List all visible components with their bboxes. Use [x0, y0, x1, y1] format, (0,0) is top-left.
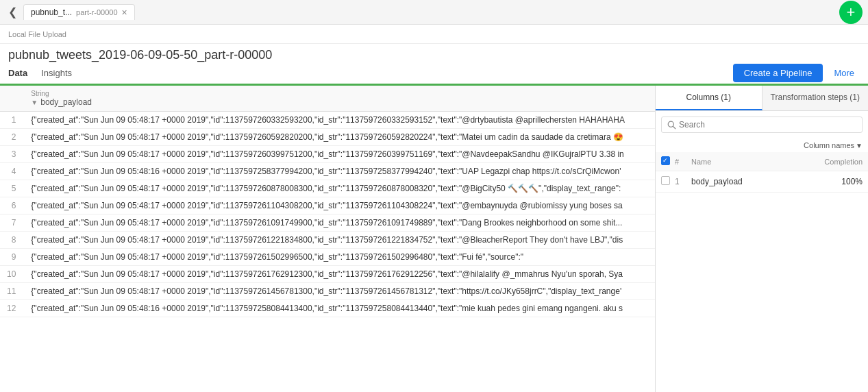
search-box[interactable]: [661, 117, 863, 133]
table-row: 1 {"created_at":"Sun Jun 09 05:48:17 +00…: [0, 112, 655, 129]
data-table: String ▼ body_payload 1 {"created_at":"S…: [0, 86, 655, 317]
top-bar: ❮ pubnub_t... part-r-00000 × +: [0, 0, 868, 25]
table-row: 8 {"created_at":"Sun Jun 09 05:48:17 +00…: [0, 232, 655, 249]
header-completion: Completion: [815, 158, 863, 166]
table-row: 6 {"created_at":"Sun Jun 09 05:48:17 +00…: [0, 197, 655, 215]
column-number: 1: [675, 177, 691, 186]
panel-tab-columns[interactable]: Columns (1): [656, 86, 762, 110]
columns-list-header: # Name Completion: [656, 152, 868, 171]
row-value: {"created_at":"Sun Jun 09 05:48:16 +0000…: [24, 300, 655, 317]
table-row: 7 {"created_at":"Sun Jun 09 05:48:17 +00…: [0, 215, 655, 232]
table-row: 3 {"created_at":"Sun Jun 09 05:48:17 +00…: [0, 146, 655, 163]
tab-data[interactable]: Data: [8, 62, 27, 86]
file-tab[interactable]: pubnub_t... part-r-00000 ×: [23, 4, 135, 20]
sidebar-toggle[interactable]: ❮: [5, 0, 19, 25]
svg-line-1: [673, 126, 675, 128]
main-layout: String ▼ body_payload 1 {"created_at":"S…: [0, 86, 868, 392]
title-bar: pubnub_tweets_2019-06-09-05-50_part-r-00…: [0, 44, 868, 62]
row-number: 3: [0, 146, 24, 163]
create-pipeline-button[interactable]: Create a Pipeline: [733, 64, 823, 82]
add-button[interactable]: +: [839, 1, 863, 24]
table-body: 1 {"created_at":"Sun Jun 09 05:48:17 +00…: [0, 112, 655, 317]
row-value: {"created_at":"Sun Jun 09 05:48:17 +0000…: [24, 180, 655, 197]
breadcrumb: Local File Upload: [8, 30, 66, 38]
row-value: {"created_at":"Sun Jun 09 05:48:17 +0000…: [24, 232, 655, 249]
column-names-label: Column names: [804, 141, 854, 149]
row-value: {"created_at":"Sun Jun 09 05:48:17 +0000…: [24, 129, 655, 146]
row-value: {"created_at":"Sun Jun 09 05:48:16 +0000…: [24, 163, 655, 180]
row-number: 11: [0, 283, 24, 300]
table-row: 2 {"created_at":"Sun Jun 09 05:48:17 +00…: [0, 129, 655, 146]
data-table-area[interactable]: String ▼ body_payload 1 {"created_at":"S…: [0, 86, 656, 392]
column-names-chevron: ▼: [856, 142, 863, 149]
row-number: 1: [0, 112, 24, 129]
header-name: Name: [691, 158, 815, 166]
row-number: 12: [0, 300, 24, 317]
column-name: body_payload: [40, 97, 92, 107]
row-number: 10: [0, 266, 24, 283]
column-name: body_payload: [691, 177, 815, 186]
expand-icon[interactable]: ▼: [31, 99, 38, 106]
row-number: 8: [0, 232, 24, 249]
header-checkbox[interactable]: [661, 156, 670, 165]
nav-tabs-bar: Data Insights Create a Pipeline More: [0, 62, 868, 86]
panel-tab-transformation[interactable]: Transformation steps (1): [762, 86, 869, 110]
header-num: #: [675, 158, 691, 166]
tab-separator: part-r-00000: [76, 8, 118, 16]
tab-close-icon[interactable]: ×: [122, 8, 127, 17]
row-number: 7: [0, 215, 24, 232]
row-number: 4: [0, 163, 24, 180]
columns-list: 1 body_payload 100%: [656, 171, 868, 193]
column-completion: 100%: [815, 177, 863, 186]
row-value: {"created_at":"Sun Jun 09 05:48:17 +0000…: [24, 112, 655, 129]
column-item[interactable]: 1 body_payload 100%: [656, 171, 868, 193]
table-row: 9 {"created_at":"Sun Jun 09 05:48:17 +00…: [0, 249, 655, 266]
column-checkbox[interactable]: [661, 176, 670, 185]
tab-insights[interactable]: Insights: [41, 62, 72, 86]
column-type: String: [31, 90, 648, 97]
more-button[interactable]: More: [828, 64, 860, 82]
row-value: {"created_at":"Sun Jun 09 05:48:17 +0000…: [24, 146, 655, 163]
row-number: 2: [0, 129, 24, 146]
row-num-header: [0, 86, 24, 112]
column-names-toggle[interactable]: Column names ▼: [656, 138, 868, 152]
table-row: 5 {"created_at":"Sun Jun 09 05:48:17 +00…: [0, 180, 655, 197]
action-buttons: Create a Pipeline More: [733, 64, 860, 82]
row-value: {"created_at":"Sun Jun 09 05:48:17 +0000…: [24, 215, 655, 232]
table-row: 4 {"created_at":"Sun Jun 09 05:48:16 +00…: [0, 163, 655, 180]
nav-tabs: Data Insights: [8, 62, 72, 84]
table-header-row: String ▼ body_payload: [0, 86, 655, 112]
row-value: {"created_at":"Sun Jun 09 05:48:17 +0000…: [24, 283, 655, 300]
panel-tabs: Columns (1) Transformation steps (1): [656, 86, 868, 111]
column-header-content: ▼ body_payload: [31, 97, 648, 107]
row-value: {"created_at":"Sun Jun 09 05:48:17 +0000…: [24, 197, 655, 215]
right-panel: Columns (1) Transformation steps (1) Col…: [656, 86, 868, 392]
search-icon: [667, 121, 676, 130]
tab-title: pubnub_t...: [31, 8, 72, 17]
column-checkbox-wrapper[interactable]: [661, 176, 675, 187]
column-header-body-payload: String ▼ body_payload: [24, 86, 655, 112]
row-value: {"created_at":"Sun Jun 09 05:48:17 +0000…: [24, 249, 655, 266]
breadcrumb-area: Local File Upload: [0, 25, 868, 44]
search-input[interactable]: [679, 120, 856, 130]
page-title: pubnub_tweets_2019-06-09-05-50_part-r-00…: [8, 48, 272, 62]
row-number: 6: [0, 197, 24, 215]
table-row: 10 {"created_at":"Sun Jun 09 05:48:17 +0…: [0, 266, 655, 283]
table-row: 11 {"created_at":"Sun Jun 09 05:48:17 +0…: [0, 283, 655, 300]
row-number: 9: [0, 249, 24, 266]
table-row: 12 {"created_at":"Sun Jun 09 05:48:16 +0…: [0, 300, 655, 317]
row-value: {"created_at":"Sun Jun 09 05:48:17 +0000…: [24, 266, 655, 283]
header-check: [661, 156, 675, 167]
row-number: 5: [0, 180, 24, 197]
